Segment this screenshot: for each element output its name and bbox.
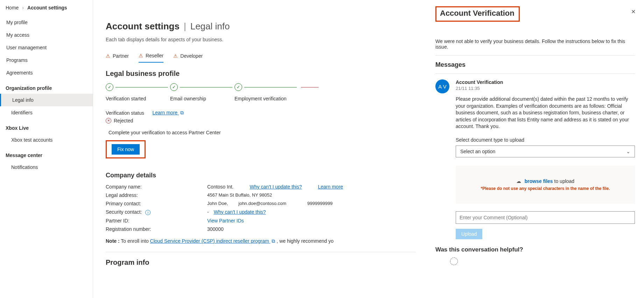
tab-partner[interactable]: ⚠ Partner (106, 51, 129, 63)
fix-now-button[interactable]: Fix now (112, 144, 140, 155)
csp-program-link[interactable]: Cloud Service Provider (CSP) indirect re… (150, 238, 275, 244)
verification-stepper: ✓ Verification started ✓ Email ownership… (106, 83, 416, 101)
message-time: 21/11 11:35 (456, 86, 635, 91)
upload-warning: *Please do not use any special character… (459, 186, 631, 191)
cloud-upload-icon: ☁ (516, 178, 521, 184)
why-cant-update-link[interactable]: Why can't I update this? (214, 209, 266, 215)
rejected-label: Rejected (114, 118, 133, 123)
company-name-label: Company name: (106, 184, 200, 190)
upload-button[interactable]: Upload (456, 229, 482, 239)
sidebar-header-org-profile: Organization profile (0, 82, 93, 94)
primary-contact-label: Primary contact: (106, 201, 200, 206)
select-placeholder: Select an option (460, 149, 495, 154)
tab-developer[interactable]: ⚠ Developer (173, 51, 203, 63)
page-desc: Each tab displays details for aspects of… (106, 37, 416, 42)
step-label-employment: Employment verification (234, 96, 287, 101)
company-details-header: Company details (106, 172, 416, 179)
messages-header: Messages (435, 61, 635, 69)
breadcrumb-current: Account settings (27, 5, 67, 10)
sidebar-item-identifiers[interactable]: Identifiers (0, 106, 93, 119)
smiley-icon[interactable] (450, 257, 458, 265)
sidebar-item-my-profile[interactable]: My profile (0, 16, 93, 29)
chevron-right-icon: › (22, 5, 24, 10)
breadcrumb-home[interactable]: Home (6, 5, 19, 10)
tabs: ⚠ Partner ⚠ Reseller ⚠ Developer (106, 51, 416, 63)
security-contact-value: - (207, 209, 209, 215)
sidebar-header-xbox: Xbox Live (0, 122, 93, 134)
learn-more-link[interactable]: Learn more ⧉ (153, 110, 184, 116)
company-name-value: Contoso Int. (207, 184, 234, 190)
program-info-header: Program info (106, 258, 416, 267)
avatar: A V (435, 79, 449, 93)
sidebar-item-agreements[interactable]: Agreements (0, 66, 93, 79)
panel-title: Account Verification (440, 9, 514, 18)
sidebar-item-xbox-test[interactable]: Xbox test accounts (0, 134, 93, 146)
external-link-icon: ⧉ (180, 110, 184, 116)
contact-name: John Doe, (207, 201, 228, 206)
legal-address-label: Legal address: (106, 192, 200, 198)
main-content: Account settings | Legal info Each tab d… (93, 0, 428, 298)
step-label-started: Verification started (106, 96, 146, 101)
message-sender: Account Verification (456, 79, 635, 85)
account-verification-panel: ✕ Account Verification We were not able … (428, 0, 644, 298)
info-icon[interactable]: i (145, 210, 150, 215)
panel-title-highlight: Account Verification (435, 6, 520, 22)
check-icon: ✓ (234, 83, 242, 91)
sidebar-item-my-access[interactable]: My access (0, 29, 93, 41)
registration-number-value: 300000 (207, 226, 416, 232)
close-icon[interactable]: ✕ (631, 8, 636, 15)
message-text: Please provide additional document(s) da… (456, 96, 635, 130)
rejected-icon: ✕ (106, 118, 111, 123)
browse-files-link[interactable]: browse files (525, 178, 553, 184)
legal-business-profile-header: Legal business profile (106, 70, 416, 78)
page-title: Account settings | Legal info (106, 21, 416, 32)
comment-input[interactable] (456, 211, 635, 224)
verification-status-label: Verification status (106, 110, 144, 116)
chevron-down-icon: ⌄ (626, 149, 630, 154)
external-link-icon: ⧉ (272, 238, 275, 244)
warning-icon: ⚠ (173, 53, 178, 59)
document-type-select[interactable]: Select an option ⌄ (456, 146, 635, 157)
contact-phone: 9999999999 (307, 201, 332, 206)
tab-reseller[interactable]: ⚠ Reseller (139, 51, 163, 63)
warning-icon: ⚠ (106, 53, 110, 59)
partner-id-label: Partner ID: (106, 218, 200, 224)
sidebar-item-notifications[interactable]: Notifications (0, 161, 93, 173)
sidebar: My profile My access User management Pro… (0, 0, 93, 298)
learn-more-link[interactable]: Learn more (318, 184, 343, 190)
check-icon: ✓ (170, 83, 178, 91)
helpful-section: Was this conversation helpful? (435, 246, 635, 265)
fix-now-highlight: Fix now (106, 140, 146, 158)
helpful-question: Was this conversation helpful? (435, 246, 635, 253)
document-type-label: Select document type to upload (456, 137, 635, 143)
security-contact-label: Security contact: i (106, 209, 200, 215)
file-dropzone[interactable]: ☁ browse files to upload *Please do not … (456, 166, 635, 204)
warning-icon: ⚠ (139, 53, 143, 58)
breadcrumb: Home › Account settings (6, 5, 67, 10)
registration-number-label: Registration number: (106, 226, 200, 232)
message-item: A V Account Verification 21/11 11:35 Ple… (435, 79, 635, 239)
sidebar-item-programs[interactable]: Programs (0, 54, 93, 66)
sidebar-item-user-management[interactable]: User management (0, 41, 93, 54)
why-cant-update-link[interactable]: Why can't I update this? (250, 184, 302, 190)
sidebar-item-legal-info[interactable]: Legal info (0, 94, 93, 106)
enrollment-note: Note : To enroll into Cloud Service Prov… (106, 238, 416, 244)
contact-email: john.doe@contoso.com (238, 201, 286, 206)
view-partner-ids-link[interactable]: View Partner IDs (207, 218, 244, 224)
check-icon: ✓ (106, 83, 113, 91)
sidebar-header-message-center: Message center (0, 149, 93, 161)
complete-verification-text: Complete your verification to access Par… (108, 130, 416, 135)
company-details: Company details Company name: Contoso In… (106, 172, 416, 244)
panel-desc: We were not able to verify your business… (435, 38, 635, 50)
legal-address-value: 4567 Main St Buffalo, NY 98052 (207, 192, 416, 198)
step-label-email: Email ownership (170, 96, 206, 101)
